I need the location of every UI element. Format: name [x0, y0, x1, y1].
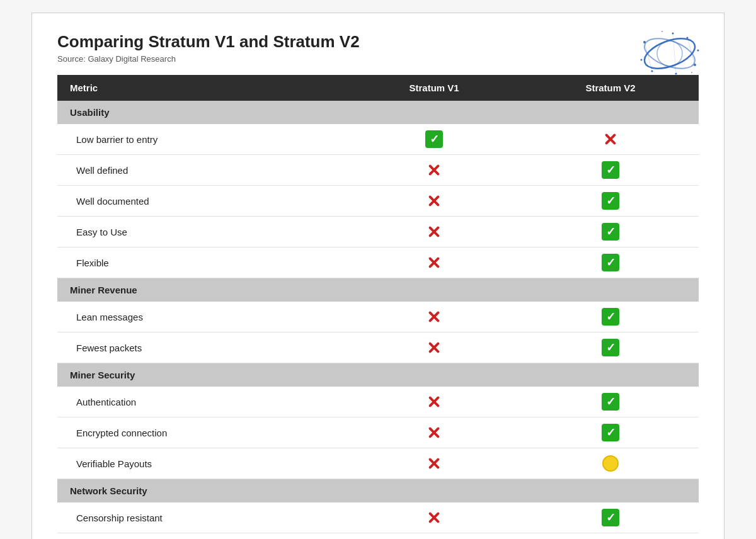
- check-icon: [425, 130, 443, 148]
- metric-label: Encrypted connection: [57, 417, 346, 448]
- section-header-row: Miner Revenue: [57, 278, 699, 302]
- cross-icon: [425, 308, 443, 326]
- table-row: Flexible: [57, 247, 699, 278]
- v1-cell: [346, 124, 522, 155]
- metric-label: Lean messages: [57, 302, 346, 332]
- v2-cell: [522, 186, 699, 217]
- section-header-label: Usability: [57, 101, 699, 124]
- v2-cell: [522, 247, 699, 278]
- v2-cell: [522, 332, 699, 363]
- v1-cell: [346, 387, 522, 417]
- svg-point-2: [657, 41, 682, 66]
- v2-cell: [522, 302, 699, 332]
- metric-label: Well documented: [57, 186, 346, 217]
- v1-cell: [346, 155, 522, 186]
- main-card: Comparing Stratum V1 and Stratum V2 Sour…: [32, 13, 724, 539]
- metric-label: Fewest packets: [57, 332, 346, 363]
- metric-label: Censorship resistant: [57, 502, 346, 533]
- check-icon: [602, 393, 619, 411]
- svg-point-12: [691, 72, 692, 73]
- galaxy-logo: [638, 28, 701, 79]
- check-icon: [602, 254, 619, 271]
- v2-cell: [522, 502, 699, 533]
- table-header-row: Metric Stratum V1 Stratum V2: [57, 75, 699, 101]
- check-icon: [602, 339, 619, 356]
- table-row: Authentication: [57, 387, 699, 417]
- circle-icon: [602, 455, 619, 472]
- table-row: Verifiable Payouts: [57, 448, 699, 479]
- title-section: Comparing Stratum V1 and Stratum V2 Sour…: [57, 32, 699, 64]
- v1-cell: [346, 302, 522, 332]
- v2-cell: [522, 124, 699, 155]
- cross-icon: [425, 339, 443, 356]
- v2-cell: [522, 417, 699, 448]
- metric-label: Verifiable Payouts: [57, 448, 346, 479]
- cross-icon: [602, 130, 619, 148]
- cross-icon: [425, 393, 443, 411]
- svg-point-11: [662, 31, 663, 32]
- v1-cell: [346, 217, 522, 247]
- cross-icon: [425, 254, 443, 271]
- check-icon: [602, 308, 619, 326]
- cross-icon: [425, 161, 443, 179]
- col-metric: Metric: [57, 75, 346, 101]
- section-header-row: Usability: [57, 101, 699, 124]
- check-icon: [602, 223, 619, 241]
- section-header-row: Network Security: [57, 479, 699, 503]
- table-row: Low barrier to entry: [57, 124, 699, 155]
- svg-point-9: [641, 59, 643, 61]
- svg-point-1: [641, 33, 699, 74]
- check-icon: [602, 192, 619, 210]
- section-header-label: Network Security: [57, 479, 699, 503]
- check-icon: [602, 424, 619, 441]
- svg-point-0: [641, 33, 699, 74]
- col-v1: Stratum V1: [346, 75, 522, 101]
- col-v2: Stratum V2: [522, 75, 699, 101]
- table-row: Well defined: [57, 155, 699, 186]
- page-title: Comparing Stratum V1 and Stratum V2: [57, 32, 699, 52]
- cross-icon: [425, 424, 443, 441]
- v2-cell: [522, 387, 699, 417]
- v1-cell: [346, 417, 522, 448]
- check-icon: [602, 509, 619, 526]
- table-row: Lean messages: [57, 302, 699, 332]
- table-row: Censorship resistant: [57, 502, 699, 533]
- metric-label: Authentication: [57, 387, 346, 417]
- metric-label: Easy to Use: [57, 217, 346, 247]
- v2-cell: [522, 448, 699, 479]
- svg-point-8: [697, 50, 699, 52]
- section-header-label: Miner Revenue: [57, 278, 699, 302]
- check-icon: [602, 161, 619, 179]
- table-row: Encrypted connection: [57, 417, 699, 448]
- table-row: Fewest packets: [57, 332, 699, 363]
- metric-label: Flexible: [57, 247, 346, 278]
- v1-cell: [346, 332, 522, 363]
- v1-cell: [346, 186, 522, 217]
- cross-icon: [425, 509, 443, 526]
- section-header-label: Miner Security: [57, 363, 699, 387]
- v1-cell: [346, 448, 522, 479]
- cross-icon: [425, 223, 443, 241]
- source-label: Source: Galaxy Digital Research: [57, 54, 699, 64]
- table-row: Easy to Use: [57, 217, 699, 247]
- table-row: Well documented: [57, 186, 699, 217]
- section-header-row: Miner Security: [57, 363, 699, 387]
- cross-icon: [425, 455, 443, 472]
- v2-cell: [522, 217, 699, 247]
- cross-icon: [425, 192, 443, 210]
- comparison-table: Metric Stratum V1 Stratum V2 UsabilityLo…: [57, 75, 699, 533]
- v1-cell: [346, 247, 522, 278]
- v2-cell: [522, 155, 699, 186]
- metric-label: Low barrier to entry: [57, 124, 346, 155]
- metric-label: Well defined: [57, 155, 346, 186]
- v1-cell: [346, 502, 522, 533]
